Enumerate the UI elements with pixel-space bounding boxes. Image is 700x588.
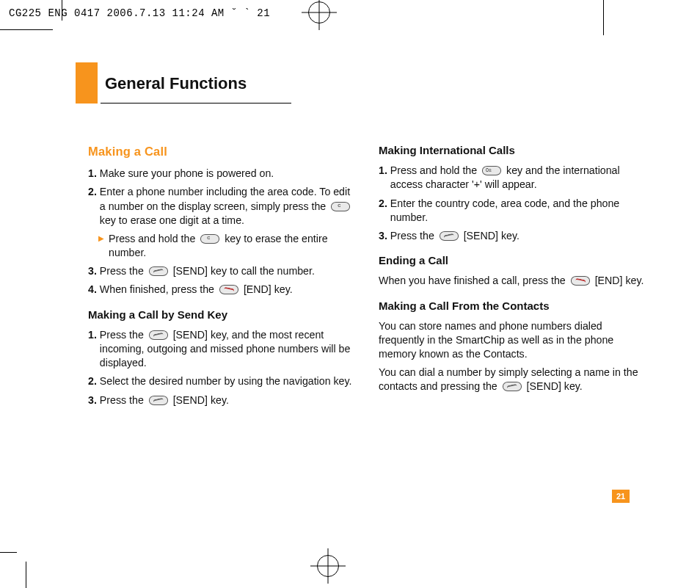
text-run: [END] key. [595, 275, 644, 286]
left-column: Making a Call 1. Make sure your phone is… [88, 143, 354, 412]
step-number: 2. [88, 374, 97, 388]
crop-mark [62, 0, 62, 21]
step-text: Enter the country code, area code, and t… [390, 197, 644, 225]
text-run: Enter a phone number including the area … [100, 186, 350, 211]
step-number: 4. [88, 283, 97, 297]
step-number: 1. [88, 167, 97, 181]
paragraph: When you have finished a call, press the… [379, 274, 644, 288]
list-item: 3. Press the [SEND] key. [379, 229, 644, 243]
step-text: Enter a phone number including the area … [100, 185, 354, 228]
step-text: Select the desired number by using the n… [100, 374, 354, 388]
crop-mark [0, 552, 17, 553]
text-run: [SEND] key to call the number. [173, 265, 315, 277]
list-item: 4. When finished, press the [END] key. [88, 283, 354, 297]
print-meta-header: CG225 ENG 0417 2006.7.13 11:24 AM ˘ ` 21 [9, 7, 270, 19]
list-item: 2. Enter the country code, area code, an… [379, 197, 644, 225]
step-text: When finished, press the [END] key. [100, 283, 354, 297]
text-run: [SEND] key. [527, 380, 583, 392]
zero-key-icon [482, 166, 501, 175]
text-run: When you have finished a call, press the [379, 275, 569, 286]
send-key-icon [149, 266, 168, 276]
text-run: Press and hold the [109, 233, 198, 244]
text-run: Press the [390, 230, 437, 242]
end-key-icon [219, 285, 238, 294]
paragraph: You can dial a number by simply selectin… [379, 366, 644, 393]
manual-page: General Functions Making a Call 1. Make … [65, 33, 652, 562]
step-number: 1. [379, 164, 387, 192]
step-text: Press and hold the key and the internati… [390, 164, 644, 192]
text-run: [SEND] key. [464, 230, 519, 242]
paragraph: You can store names and phone numbers di… [379, 319, 644, 362]
page-number-badge: 21 [612, 490, 630, 503]
send-key-icon [440, 231, 459, 241]
subheading-contacts: Making a Call From the Contacts [379, 299, 644, 313]
step-text: Press the [SEND] key, and the most recen… [100, 328, 354, 371]
list-item: 1. Press and hold the key and the intern… [379, 164, 644, 192]
crop-mark [0, 29, 53, 30]
crop-mark [26, 562, 26, 588]
step-number: 2. [379, 197, 387, 225]
list-item: 1. Make sure your phone is powered on. [88, 167, 354, 181]
text-run: Press and hold the [390, 164, 480, 176]
step-text: Press the [SEND] key. [100, 393, 354, 407]
step-text: Press and hold the key to erase the enti… [109, 232, 354, 260]
step-number: 3. [379, 229, 387, 243]
subheading-international: Making International Calls [379, 143, 644, 158]
crop-mark [603, 0, 604, 35]
bullet-icon: ▶ [98, 232, 104, 260]
page-title: General Functions [101, 62, 291, 104]
end-key-icon [571, 276, 590, 286]
step-text: Press the [SEND] key to call the number. [100, 264, 354, 278]
send-key-icon [149, 396, 168, 405]
subheading-ending-call: Ending a Call [379, 253, 644, 268]
step-number: 1. [88, 328, 97, 371]
list-item: 3. Press the [SEND] key to call the numb… [88, 264, 354, 278]
list-item: 2. Enter a phone number including the ar… [88, 185, 354, 228]
page-title-block: General Functions [76, 62, 291, 104]
text-run: [SEND] key. [173, 394, 229, 406]
list-item: 3. Press the [SEND] key. [88, 393, 354, 407]
list-item: 1. Press the [SEND] key, and the most re… [88, 328, 354, 371]
section-heading-making-a-call: Making a Call [88, 143, 354, 159]
text-run: Press the [100, 394, 147, 406]
text-run: [END] key. [244, 283, 293, 295]
registration-mark [308, 1, 330, 23]
title-accent [76, 62, 98, 104]
clear-key-icon [331, 202, 350, 211]
send-key-icon [503, 382, 522, 391]
clear-key-icon [200, 234, 219, 244]
subheading-send-key: Making a Call by Send Key [88, 308, 354, 322]
step-number: 3. [88, 393, 97, 407]
text-run: Press the [100, 265, 147, 277]
text-run: Press the [100, 329, 147, 341]
sub-list-item: ▶ Press and hold the key to erase the en… [98, 232, 354, 260]
step-number: 2. [88, 185, 97, 228]
list-item: 2. Select the desired number by using th… [88, 374, 354, 388]
text-run: When finished, press the [100, 283, 217, 295]
right-column: Making International Calls 1. Press and … [379, 143, 644, 412]
text-run: key to erase one digit at a time. [100, 214, 244, 226]
step-text: Make sure your phone is powered on. [100, 167, 354, 181]
step-text: Press the [SEND] key. [390, 229, 644, 243]
send-key-icon [149, 330, 168, 340]
step-number: 3. [88, 264, 97, 278]
